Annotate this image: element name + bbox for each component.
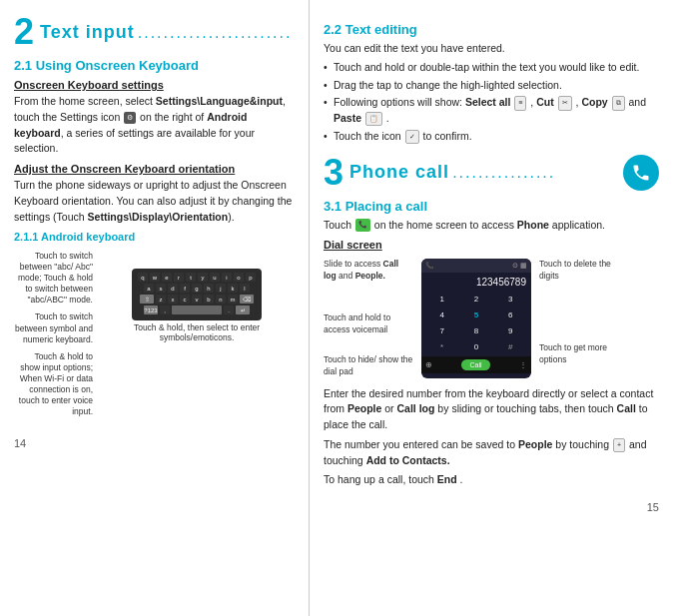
kb-key-f: f (180, 284, 190, 293)
adjust-orientation-para: Turn the phone sideways or upright to ad… (14, 178, 297, 225)
adjust-orientation-label: Adjust the Onscreen Keyboard orientation (14, 163, 297, 175)
dial-btn-7: 7 (425, 323, 458, 338)
kb-key-u: u (210, 273, 220, 282)
dial-btn-0: 0 (459, 339, 492, 354)
kb-key-k: k (228, 284, 238, 293)
dial-status-right: ⊙ ▦ (512, 262, 527, 270)
kb-key-t: t (186, 273, 196, 282)
kb-key-s: s (156, 284, 166, 293)
kb-key-comma: , (160, 306, 170, 314)
bullet-4: Touch the icon ✓ to confirm. (324, 129, 659, 145)
dial-status-left: 📞 (425, 262, 434, 270)
kb-key-x: x (168, 295, 178, 304)
dial-btn-1: 1 (425, 292, 458, 307)
chapter-2-dots: ........................ (138, 24, 293, 41)
kb-key-g: g (192, 284, 202, 293)
dial-btn-9: 9 (494, 323, 527, 338)
section-2-2-title: 2.2 Text editing (324, 22, 659, 37)
kb-key-v: v (192, 295, 202, 304)
kb-key-a: a (144, 284, 154, 293)
section-2-1-1-title: 2.1.1 Android keyboard (14, 231, 297, 243)
section-3-1-title: 3.1 Placing a call (324, 199, 659, 214)
save-number-para: The number you entered can be saved to P… (324, 437, 659, 469)
dial-btn-star: * (425, 339, 458, 354)
dial-screen-header: 📞 ⊙ ▦ (421, 259, 531, 273)
kb-key-i: i (222, 273, 232, 282)
kb-key-enter: ↵ (236, 306, 250, 314)
enter-number-para: Enter the desired number from the keyboa… (324, 386, 659, 433)
chapter-3-number: 3 (324, 155, 343, 191)
dial-label-hide: Touch to hide/ show the dial pad (324, 354, 413, 378)
phone-call-icon (623, 155, 659, 191)
kb-key-l: l (240, 284, 250, 293)
dial-footer-left: ⊕ (425, 360, 432, 369)
dial-footer: ⊕ Call ⋮ (421, 356, 531, 373)
kb-label-right: Touch & hold, then select to enter symbo… (97, 322, 297, 342)
dial-screen-label: Dial screen (324, 239, 659, 251)
dial-label-delete: Touch to delete the digits (539, 259, 619, 283)
dial-btn-3: 3 (494, 292, 527, 307)
section-2-1-title: 2.1 Using Onscreen Keyboard (14, 58, 297, 73)
chapter-2-number: 2 (14, 14, 34, 50)
dial-labels-left: Slide to access Call log and People. Tou… (324, 259, 413, 377)
kb-key-p: p (246, 273, 256, 282)
bullet-1: Touch and hold or double-tap within the … (324, 60, 659, 76)
bullet-3: Following options will show: Select all … (324, 95, 659, 127)
keyboard-diagram: Touch to switch between "abc/ Abc" mode;… (14, 251, 297, 417)
kb-label-1: Touch to switch between "abc/ Abc" mode;… (14, 251, 93, 306)
left-page: 2 Text input ........................ 2.… (0, 0, 310, 616)
kb-key-e: e (162, 273, 172, 282)
dial-call-button: Call (461, 359, 489, 370)
dial-labels-right: Touch to delete the digits Touch to get … (539, 259, 619, 377)
kb-key-j: j (216, 284, 226, 293)
dial-btn-4: 4 (425, 308, 458, 322)
chapter-3-title: Phone call (349, 162, 449, 182)
placing-call-para: Touch 📞 on the home screen to access Pho… (324, 218, 659, 234)
kb-key-o: o (234, 273, 244, 282)
dial-screen: 📞 ⊙ ▦ 123456789 1 2 3 4 5 6 7 8 9 * 0 # … (421, 259, 531, 377)
chapter-2-title: Text input (40, 22, 135, 42)
dial-btn-2: 2 (459, 292, 492, 307)
bullet-2: Drag the tap to change the high-lighted … (324, 78, 659, 94)
dial-screen-diagram: Slide to access Call log and People. Tou… (324, 259, 659, 377)
kb-key-r: r (174, 273, 184, 282)
kb-key-sym: ?123 (144, 306, 158, 314)
kb-key-c: c (180, 295, 190, 304)
kb-key-h: h (204, 284, 214, 293)
keyboard-labels-left: Touch to switch between "abc/ Abc" mode;… (14, 251, 93, 417)
dial-footer-right: ⋮ (519, 360, 527, 369)
kb-key-q: q (138, 273, 148, 282)
dial-btn-hash: # (494, 339, 527, 354)
dial-label-hold: Touch and hold to access voicemail (324, 312, 413, 336)
kb-key-b: b (204, 295, 214, 304)
dial-label-options: Touch to get more options (539, 342, 619, 366)
kb-key-period: . (224, 306, 234, 314)
keyboard-settings-para: From the home screen, select Settings\La… (14, 94, 297, 157)
dial-btn-6: 6 (494, 308, 527, 322)
kb-label-3: Touch & hold to show input options; When… (14, 351, 93, 417)
text-editing-intro: You can edit the text you have entered. (324, 41, 659, 57)
keyboard-visual: q w e r t y u i o p a s d f g h (97, 251, 297, 417)
kb-key-d: d (168, 284, 178, 293)
right-page: 2.2 Text editing You can edit the text y… (310, 0, 673, 616)
kb-key-shift: ⇧ (140, 295, 154, 304)
kb-key-space (172, 306, 222, 314)
dial-label-slide: Slide to access Call log and People. (324, 259, 413, 283)
kb-key-m: m (228, 295, 238, 304)
kb-key-backspace: ⌫ (240, 295, 254, 304)
text-editing-bullets: Touch and hold or double-tap within the … (324, 60, 659, 145)
kb-key-n: n (216, 295, 226, 304)
kb-label-2: Touch to switch between symbol and numer… (14, 311, 93, 344)
chapter-3-header: 3 Phone call ................ (324, 155, 659, 191)
kb-key-z: z (156, 295, 166, 304)
dial-grid: 1 2 3 4 5 6 7 8 9 * 0 # (421, 290, 531, 356)
page-number-left: 14 (14, 437, 26, 449)
hang-up-para: To hang up a call, touch End . (324, 472, 659, 488)
kb-key-y: y (198, 273, 208, 282)
dial-btn-5: 5 (459, 308, 492, 322)
keyboard-settings-label: Onscreen Keyboard settings (14, 79, 297, 91)
phone-svg-icon (631, 163, 651, 183)
keyboard-image: q w e r t y u i o p a s d f g h (132, 269, 262, 320)
kb-key-w: w (150, 273, 160, 282)
chapter-3-dots: ................ (452, 164, 555, 181)
